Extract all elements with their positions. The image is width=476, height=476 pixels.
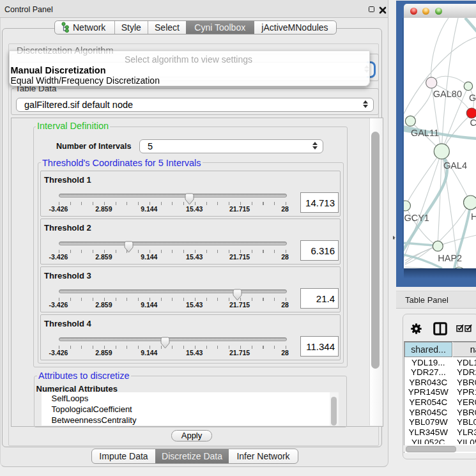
- svg-text:H: H: [471, 211, 476, 222]
- svg-text:GA: GA: [469, 93, 476, 103]
- svg-text:GAL4: GAL4: [443, 160, 466, 171]
- svg-text:GCY1: GCY1: [404, 213, 429, 223]
- svg-text:HAP2: HAP2: [438, 253, 462, 263]
- svg-text:GAL80: GAL80: [433, 89, 461, 99]
- svg-text:C: C: [470, 118, 476, 128]
- svg-text:GAL11: GAL11: [410, 128, 438, 138]
